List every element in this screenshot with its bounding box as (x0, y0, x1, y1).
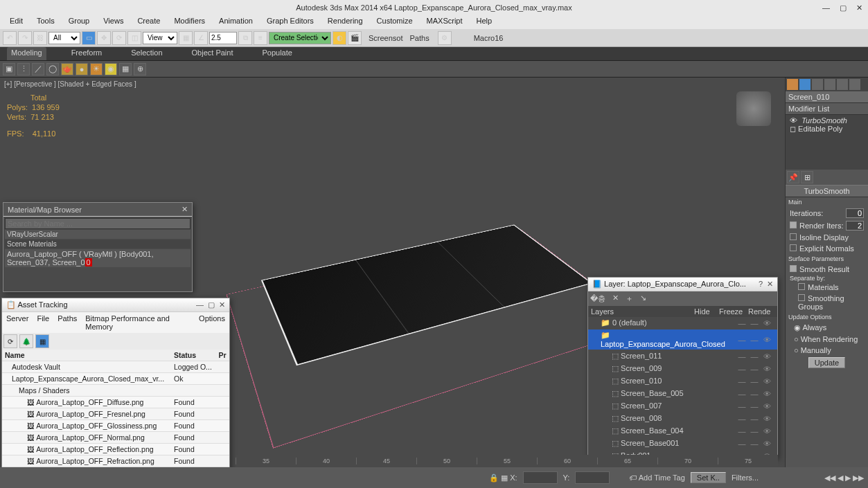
grid-icon[interactable]: ▦ (119, 63, 132, 75)
poly-icon[interactable]: ▣ (3, 63, 15, 75)
macro-icon[interactable]: ⚙ (438, 31, 452, 45)
layer-row[interactable]: ⬚ Screen_008——👁 (588, 413, 777, 425)
layer-dialog[interactable]: 📘 Layer: Laptop_Expanscape_Aurora_Clo...… (587, 277, 778, 458)
table-row[interactable]: 🖼 Aurora_Laptop_OFF_Fresnel.pngFound (2, 408, 229, 420)
stack-editablepoly[interactable]: ◻ Editable Poly (790, 125, 864, 134)
material-browser-dialog[interactable]: Material/Map Browser✕ VRayUserScalar Sce… (3, 202, 193, 292)
setkey-button[interactable]: Set K.. (691, 472, 726, 483)
object-name[interactable]: Screen_010 (786, 91, 868, 103)
coord-x-input[interactable] (523, 471, 558, 484)
menu-grapheditors[interactable]: Graph Editors (261, 15, 319, 29)
new-layer-icon[interactable]: �층 (590, 293, 605, 304)
table-row[interactable]: Maps / Shaders (2, 385, 229, 397)
mirror-icon[interactable]: ⧉ (238, 31, 252, 45)
viewcube-icon[interactable] (736, 91, 771, 126)
create-tab-icon[interactable] (787, 79, 798, 90)
table-row[interactable]: 🖼 Aurora_Laptop_OFF_Reflection.pngFound (2, 444, 229, 455)
search-input[interactable] (5, 218, 191, 229)
layer-row[interactable]: ⬚ Screen_Base001——👁 (588, 437, 777, 450)
layer-row[interactable]: 📁 Laptop_Expanscape_Aurora_Closed——👁 (588, 329, 777, 350)
render-setup-icon[interactable]: 🎬 (348, 31, 362, 45)
close-icon[interactable]: ✕ (856, 3, 862, 12)
tab-objectpaint[interactable]: Object Paint (188, 47, 238, 60)
menu-help[interactable]: Help (471, 15, 498, 29)
spinner-input[interactable] (209, 32, 237, 44)
edge-icon[interactable]: ／ (32, 63, 44, 75)
utilities-tab-icon[interactable] (849, 79, 860, 90)
menu-animation[interactable]: Animation (213, 15, 258, 29)
update-button[interactable]: Update (808, 357, 845, 368)
tab-modeling[interactable]: Modeling (7, 47, 46, 60)
sun-icon[interactable]: ◉ (105, 63, 117, 75)
close-icon[interactable]: ✕ (767, 280, 773, 289)
menu-group[interactable]: Group (63, 15, 96, 29)
align-icon[interactable]: ≡ (254, 31, 267, 45)
help-icon[interactable]: ? (759, 280, 763, 289)
asset-tracking-dialog[interactable]: 📋 Asset Tracking—▢✕ Server File Paths Bi… (1, 298, 230, 485)
select-icon[interactable]: ▭ (82, 31, 96, 45)
helper-icon[interactable]: ⊕ (134, 63, 146, 75)
motion-tab-icon[interactable] (824, 79, 835, 90)
table-icon[interactable]: ▦ (35, 334, 49, 348)
teapot-icon[interactable]: 🫖 (61, 63, 73, 75)
snap-icon[interactable]: ▦ (179, 31, 193, 45)
menu-server[interactable]: Server (6, 314, 28, 331)
minimize-icon[interactable]: — (196, 300, 204, 309)
table-row[interactable]: 🖼 Aurora_Laptop_OFF_Diffuse.pngFound (2, 397, 229, 408)
coord-y-input[interactable] (575, 471, 610, 484)
table-row[interactable]: 🖼 Aurora_Laptop_OFF_Glossiness.pngFound (2, 420, 229, 432)
redo-icon[interactable]: ↷ (18, 31, 32, 45)
tree-icon[interactable]: 🌲 (19, 334, 33, 348)
pin-icon[interactable]: 📌 (787, 171, 799, 183)
hierarchy-tab-icon[interactable] (812, 79, 823, 90)
mat-item[interactable]: Aurora_Laptop_OFF ( VRayMtl ) [Body001, … (5, 249, 191, 267)
layer-row[interactable]: ⬚ Screen_007——👁 (588, 400, 777, 413)
link-icon[interactable]: ⛓ (33, 31, 47, 45)
material-editor-icon[interactable]: ◐ (333, 31, 346, 45)
modify-tab-icon[interactable] (799, 79, 811, 90)
iterations-input[interactable]: 0 (846, 208, 864, 218)
modifier-list[interactable]: Modifier List (788, 105, 829, 113)
maximize-icon[interactable]: ▢ (208, 300, 215, 309)
undo-icon[interactable]: ↶ (3, 31, 17, 45)
sphere-icon[interactable]: ● (76, 63, 88, 75)
layer-row[interactable]: ⬚ Screen_Base_004——👁 (588, 425, 777, 437)
menu-create[interactable]: Create (132, 15, 166, 29)
angle-snap-icon[interactable]: ∠ (194, 31, 208, 45)
menu-maxscript[interactable]: MAXScript (421, 15, 468, 29)
mat-item[interactable]: VRayUserScalar (5, 230, 191, 239)
layer-row[interactable]: ⬚ Screen_Base_005——👁 (588, 388, 777, 400)
screenshot-label[interactable]: Screensot (369, 34, 403, 42)
add-time-tag[interactable]: Add Time Tag (639, 473, 685, 482)
stack-turbosmooth[interactable]: 👁 TurboSmooth (790, 116, 864, 125)
border-icon[interactable]: ◯ (46, 63, 59, 75)
filter-select[interactable]: All (48, 32, 80, 44)
refresh-icon[interactable]: ⟳ (3, 334, 17, 348)
close-icon[interactable]: ✕ (181, 205, 188, 214)
render-iters-input[interactable]: 2 (846, 221, 864, 231)
viewport-label[interactable]: [+] [Perspective ] [Shaded + Edged Faces… (4, 80, 136, 88)
selection-set[interactable]: Create Selection S (269, 32, 331, 44)
layer-row[interactable]: ⬚ Screen_010——👁 (588, 375, 777, 388)
tab-populate[interactable]: Populate (258, 47, 296, 60)
tab-selection[interactable]: Selection (127, 47, 166, 60)
table-row[interactable]: Autodesk VaultLogged O... (2, 361, 229, 373)
maximize-icon[interactable]: ▢ (840, 3, 847, 12)
tab-freeform[interactable]: Freeform (67, 47, 107, 60)
menu-modifiers[interactable]: Modifiers (168, 15, 211, 29)
rotate-icon[interactable]: ⟳ (112, 31, 126, 45)
refcoord-select[interactable]: View (143, 32, 177, 44)
macro-label[interactable]: Macro16 (474, 34, 504, 42)
scale-icon[interactable]: ◫ (127, 31, 141, 45)
layer-row[interactable]: ⬚ Screen_009——👁 (588, 363, 777, 375)
timeline[interactable]: 354045505560657075 (236, 455, 778, 467)
menu-views[interactable]: Views (98, 15, 129, 29)
vertex-icon[interactable]: ⋮ (17, 63, 30, 75)
table-row[interactable]: 🖼 Aurora_Laptop_OFF_Normal.pngFound (2, 432, 229, 444)
delete-layer-icon[interactable]: ✕ (612, 293, 619, 304)
menu-bitmap[interactable]: Bitmap Performance and Memory (85, 314, 191, 331)
layer-row[interactable]: 📁 0 (default)——👁 (588, 317, 777, 329)
model-3d[interactable] (236, 181, 623, 444)
menu-tools[interactable]: Tools (31, 15, 60, 29)
display-tab-icon[interactable] (837, 79, 848, 90)
